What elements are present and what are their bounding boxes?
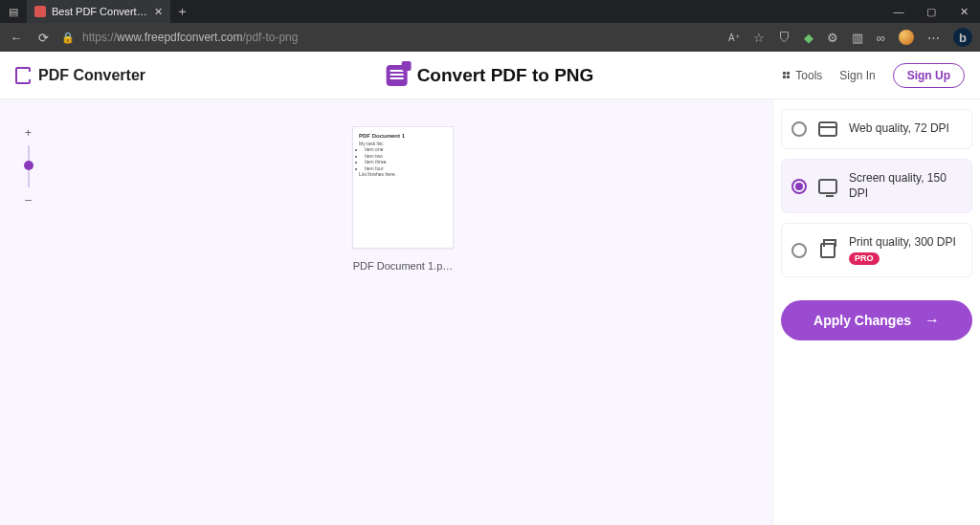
browser-titlebar: ▤ Best PDF Converter: Create, Con… ✕ ＋ ―…	[0, 0, 980, 23]
tab-title: Best PDF Converter: Create, Con…	[52, 6, 148, 17]
tab-overview-icon[interactable]: ▤	[0, 6, 27, 18]
refresh-icon[interactable]: ⟳	[34, 31, 52, 45]
new-tab-button[interactable]: ＋	[170, 3, 193, 20]
window-minimize-icon[interactable]: ―	[882, 6, 915, 18]
collections-icon[interactable]: ▥	[852, 31, 863, 45]
option-label: Web quality, 72 DPI	[849, 121, 949, 137]
options-sidebar: Web quality, 72 DPI Screen quality, 150 …	[773, 99, 980, 525]
browser-window-icon	[818, 121, 837, 137]
option-label: Print quality, 300 DPI PRO	[849, 235, 956, 265]
zoom-out-button[interactable]: –	[25, 193, 32, 207]
canvas-area: + – PDF Document 1 My task list: Item on…	[0, 99, 773, 525]
back-icon[interactable]: ←	[8, 31, 25, 45]
document-thumbnail[interactable]: PDF Document 1 My task list: Item one It…	[352, 126, 454, 272]
document-filename: PDF Document 1.p…	[352, 260, 454, 272]
zoom-slider[interactable]	[28, 145, 30, 187]
shield-icon[interactable]: ⛉	[778, 31, 791, 45]
zoom-control: + –	[25, 126, 32, 207]
signin-link[interactable]: Sign In	[839, 69, 875, 82]
tools-label: Tools	[795, 69, 822, 82]
brand-icon	[15, 67, 31, 84]
brand-link[interactable]: PDF Converter	[15, 67, 145, 84]
printer-icon	[818, 243, 837, 258]
page-title: Convert PDF to PNG	[417, 65, 594, 86]
quality-option-print[interactable]: Print quality, 300 DPI PRO	[781, 223, 972, 277]
close-icon[interactable]: ✕	[154, 6, 163, 18]
monitor-icon	[818, 179, 837, 194]
site-header: PDF Converter Convert PDF to PNG Tools S…	[0, 52, 980, 99]
pro-badge: PRO	[849, 252, 880, 266]
window-close-icon[interactable]: ✕	[947, 6, 980, 18]
browser-tab[interactable]: Best PDF Converter: Create, Con… ✕	[27, 0, 170, 23]
apply-changes-button[interactable]: Apply Changes →	[781, 300, 972, 340]
favicon-icon	[34, 6, 46, 17]
reader-icon[interactable]: A⁺	[728, 33, 740, 43]
arrow-right-icon: →	[924, 312, 940, 329]
url-text: https://www.freepdfconvert.com/pdf-to-pn…	[82, 31, 298, 44]
document-page-preview: PDF Document 1 My task list: Item one It…	[352, 126, 454, 249]
radio-icon	[791, 121, 807, 137]
quality-option-screen[interactable]: Screen quality, 150 DPI	[781, 159, 972, 213]
tools-menu[interactable]: Tools	[783, 69, 822, 82]
grid-icon	[783, 72, 790, 78]
lock-icon: 🔒	[61, 32, 75, 44]
extensions-icon[interactable]: ⚙	[827, 31, 838, 45]
zoom-in-button[interactable]: +	[25, 126, 32, 140]
profile-avatar-icon[interactable]	[899, 30, 914, 45]
favorite-icon[interactable]: ☆	[753, 31, 765, 45]
sync-icon[interactable]: ∞	[877, 31, 885, 45]
option-label: Screen quality, 150 DPI	[849, 171, 962, 201]
signup-button[interactable]: Sign Up	[893, 63, 965, 88]
bing-icon[interactable]: b	[953, 28, 972, 47]
brand-label: PDF Converter	[38, 67, 145, 84]
workspace: + – PDF Document 1 My task list: Item on…	[0, 99, 980, 525]
url-field[interactable]: 🔒 https://www.freepdfconvert.com/pdf-to-…	[61, 31, 719, 44]
radio-icon	[791, 243, 807, 258]
window-maximize-icon[interactable]: ▢	[915, 6, 947, 18]
security-icon[interactable]: ◆	[804, 31, 813, 45]
apply-label: Apply Changes	[813, 313, 911, 328]
more-icon[interactable]: ⋯	[927, 31, 940, 45]
browser-address-bar: ← ⟳ 🔒 https://www.freepdfconvert.com/pdf…	[0, 23, 980, 52]
page-title-icon	[387, 65, 408, 86]
zoom-thumb[interactable]	[24, 161, 33, 170]
quality-option-web[interactable]: Web quality, 72 DPI	[781, 109, 972, 149]
radio-icon	[791, 179, 807, 194]
